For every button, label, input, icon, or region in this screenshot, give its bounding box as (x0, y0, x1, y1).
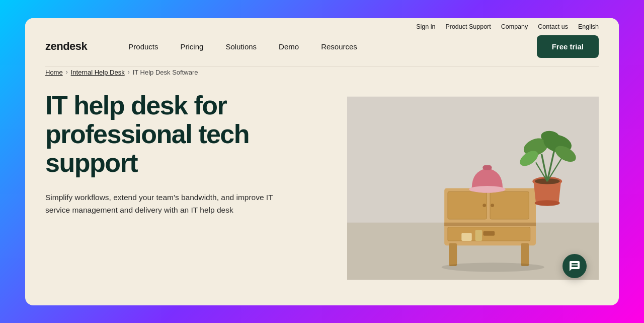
sign-in-link[interactable]: Sign in (416, 23, 435, 30)
breadcrumb-current: IT Help Desk Software (133, 69, 198, 76)
svg-rect-13 (482, 165, 492, 170)
svg-rect-27 (461, 233, 471, 241)
navbar: zendesk Products Pricing Solutions Demo … (25, 30, 619, 66)
nav-resources[interactable]: Resources (310, 38, 368, 55)
svg-rect-4 (448, 191, 487, 219)
contact-us-link[interactable]: Contact us (538, 23, 568, 30)
chat-button[interactable] (562, 254, 587, 278)
breadcrumb-sep-1: › (66, 69, 68, 76)
svg-rect-28 (475, 230, 482, 241)
main-window: Sign in Product Support Company Contact … (25, 18, 619, 305)
svg-rect-5 (490, 191, 529, 219)
breadcrumb: Home › Internal Help Desk › IT Help Desk… (25, 67, 619, 81)
svg-point-14 (469, 185, 506, 192)
svg-rect-3 (444, 222, 536, 226)
svg-rect-9 (521, 243, 529, 266)
hero-illustration (347, 86, 599, 290)
breadcrumb-home[interactable]: Home (45, 69, 63, 76)
company-link[interactable]: Company (501, 23, 528, 30)
svg-point-29 (442, 263, 545, 272)
svg-point-7 (491, 204, 494, 207)
nav-demo[interactable]: Demo (268, 38, 310, 55)
hero-subtitle: Simplify workflows, extend your team's b… (45, 191, 277, 217)
hero-image (347, 86, 599, 290)
svg-point-6 (482, 204, 486, 207)
svg-rect-8 (449, 243, 457, 266)
nav-pricing[interactable]: Pricing (170, 38, 215, 55)
svg-rect-11 (483, 231, 495, 235)
hero-title: IT help desk for professional tech suppo… (45, 91, 327, 178)
breadcrumb-internal-help-desk[interactable]: Internal Help Desk (71, 69, 125, 76)
chat-icon (569, 260, 581, 272)
product-support-link[interactable]: Product Support (445, 23, 491, 30)
english-link[interactable]: English (578, 23, 599, 30)
free-trial-button[interactable]: Free trial (537, 35, 599, 58)
svg-point-16 (535, 200, 560, 206)
breadcrumb-sep-2: › (128, 69, 130, 76)
hero-section: IT help desk for professional tech suppo… (25, 81, 619, 305)
utility-bar: Sign in Product Support Company Contact … (25, 18, 619, 30)
logo[interactable]: zendesk (45, 40, 87, 53)
nav-solutions[interactable]: Solutions (214, 38, 268, 55)
hero-text: IT help desk for professional tech suppo… (45, 86, 327, 290)
nav-links: Products Pricing Solutions Demo Resource… (117, 38, 536, 55)
nav-products[interactable]: Products (117, 38, 169, 55)
